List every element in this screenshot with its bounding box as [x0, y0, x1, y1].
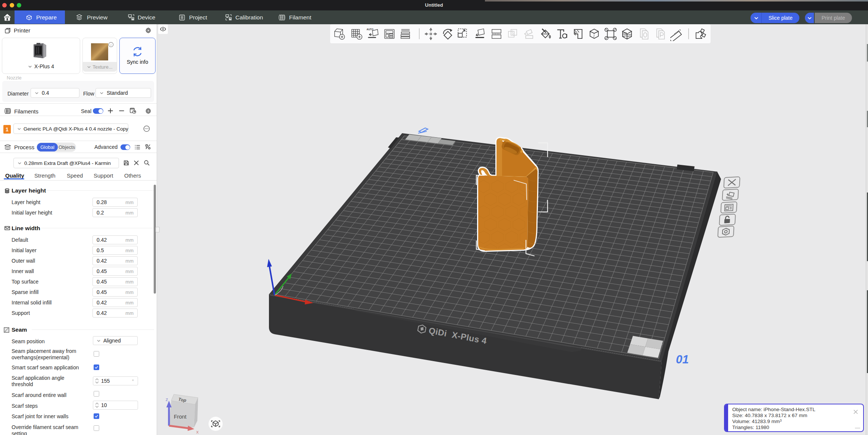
- svg-text:01: 01: [676, 353, 689, 366]
- svg-text:z: z: [166, 397, 168, 402]
- svg-text:Front: Front: [174, 414, 187, 420]
- svg-text:i: i: [110, 43, 112, 47]
- svg-text:x: x: [196, 429, 199, 435]
